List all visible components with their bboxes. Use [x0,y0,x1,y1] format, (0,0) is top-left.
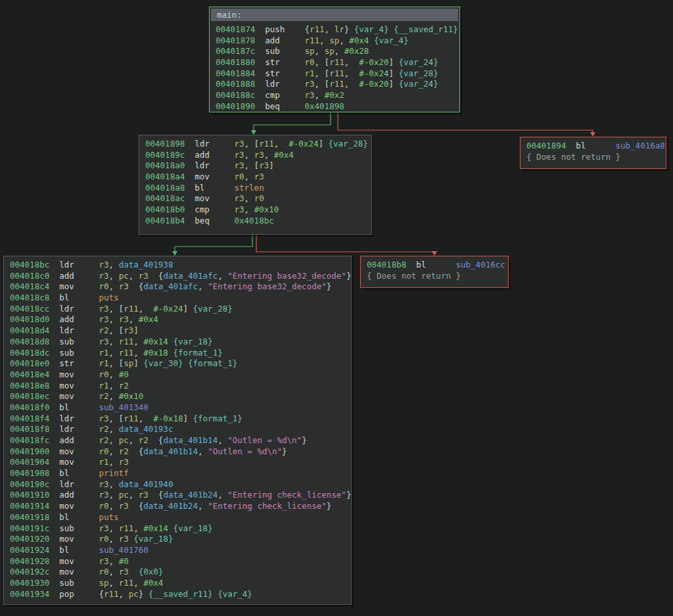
token-pun [74,490,99,500]
token-pun: } [139,589,149,599]
asm-line[interactable]: 0040188c cmp r3, #0x2 [216,90,458,101]
asm-line[interactable]: 00401878 add r11, sp, #0x4 {var_4} [216,36,458,47]
token-pun: ] [183,414,193,423]
asm-line[interactable]: 004018a0 ldr r3, [r3] [145,160,370,172]
asm-line[interactable]: 00401880 str r0, [r11, #-0x20] {var_24} [216,57,458,68]
asm-line[interactable]: 00401908 bl printf [10,468,350,479]
token-imm: #0 [119,556,129,566]
asm-line[interactable]: 004018fc add r2, pc, r2 {data_401b14, "O… [10,435,350,446]
token-reg: r0 [99,446,109,456]
function-label[interactable]: main: [211,9,458,21]
asm-line[interactable]: 00401930 sub sp, r11, #0x4 [10,578,350,589]
token-pun [280,57,305,67]
asm-line[interactable]: 004018e4 mov r0, #0 [10,369,350,381]
asm-line[interactable]: 0040189c add r3, r3, #0x4 [145,150,370,161]
asm-line[interactable]: 00401920 mov r0, r3 {var_18} [10,534,350,545]
token-str: "Entering base32_decode" [208,281,327,291]
token-imm: #0x4 [349,36,369,45]
asm-line[interactable]: 004018b8 bl sub_4016cc [367,260,507,271]
asm-line[interactable]: 00401904 mov r1, r3 [10,457,350,468]
token-pun [49,512,59,522]
token-pun: , [109,424,119,434]
token-mn: ldr [59,304,74,314]
graph-canvas[interactable]: main:00401874 push {r11, lr} {var_4} {__… [0,0,673,616]
asm-line[interactable]: 0040191c sub r3, r11, #0x14 {var_18} [10,523,350,534]
token-ann: {var_18} [133,534,173,544]
token-addr: 004018a0 [145,160,185,170]
token-pun: , [109,391,119,401]
asm-line[interactable]: 004018e0 str r1, [sp] {var_30} {format_1… [10,358,350,369]
asm-line[interactable]: 00401918 bl puts [10,512,350,523]
token-pun: , [244,172,254,181]
asm-line[interactable]: 004018a8 bl strlen [145,183,370,194]
token-pun [49,468,59,478]
token-pun: } [346,271,352,281]
asm-line[interactable]: 00401924 bl sub_401760 [10,545,350,556]
token-reg: sp [99,578,109,588]
token-data: data_401afc [143,281,198,291]
asm-line[interactable]: 004018dc sub r1, r11, #0x18 {format_1} [10,348,350,359]
token-pun [69,512,99,522]
asm-line[interactable]: 004018cc ldr r3, [r11, #-0x24] {var_28} [10,304,350,315]
asm-line[interactable]: 00401934 pop {r11, pc} {__saved_r11} {va… [10,589,350,600]
asm-line[interactable]: 004018c8 bl puts [10,293,350,304]
asm-line[interactable]: 00401910 add r3, pc, r3 {data_401b24, "E… [10,490,350,501]
token-pun [185,216,195,225]
asm-line[interactable]: 00401894 bl sub_4016a8 [526,141,664,152]
token-pun: , [344,79,360,89]
asm-line[interactable]: 00401914 mov r0, r3 {data_401b24, "Enter… [10,501,350,512]
token-ann: {0x0} [139,567,164,577]
asm-line[interactable]: 004018f4 ldr r3, [r11, #-0x18] {format_1… [10,414,350,425]
asm-line[interactable]: 004018d0 add r3, r3, #0x4 [10,314,350,325]
asm-line[interactable]: 0040190c ldr r3, data_401940 [10,479,350,490]
asm-line[interactable]: 00401898 ldr r3, [r11, #-0x24] {var_28} [145,139,370,150]
token-addr: 00401918 [10,512,49,522]
asm-line[interactable]: 0040187c sub sp, sp, #0x28 [216,46,458,57]
token-reg: sp [124,358,133,368]
asm-line[interactable]: 004018c4 mov r0, r3 {data_401afc, "Enter… [10,281,350,293]
token-pun [255,24,265,34]
token-reg: r3 [235,204,244,214]
token-pun: ] [388,57,398,67]
asm-line[interactable]: 0040192c mov r0, r3 {0x0} [10,567,350,578]
asm-line[interactable]: { Does not return } [526,152,664,163]
block-body: 00401894 bl sub_4016a8{ Does not return … [521,137,666,165]
asm-line[interactable]: 004018c0 add r3, pc, r3 {data_401afc, "E… [10,271,350,282]
asm-line[interactable]: 004018a4 mov r0, r3 [145,172,370,183]
asm-line[interactable]: 00401928 mov r3, #0 [10,556,350,567]
token-pun: , [319,36,329,45]
token-pun [74,369,99,379]
basic-block-main[interactable]: main:00401874 push {r11, lr} {var_4} {__… [209,7,460,112]
token-pun [586,141,615,151]
asm-line[interactable]: 004018e8 mov r1, r2 [10,381,350,392]
basic-block-401894[interactable]: 00401894 bl sub_4016a8{ Does not return … [520,137,666,169]
asm-line[interactable]: 004018f0 bl sub_401340 [10,402,350,414]
asm-line[interactable]: 004018f8 ldr r2, data_40193c [10,424,350,435]
edge-true-401898-to-4018bc-arrowhead-icon [172,251,177,256]
token-pun [49,381,59,391]
asm-line[interactable]: 004018bc ldr r3, data_401938 [10,260,350,271]
token-pun: , [109,578,119,588]
token-addr: 00401914 [10,501,49,511]
token-pun [369,36,374,45]
token-pun: , [339,36,349,45]
asm-line[interactable]: 004018d4 ldr r2, [r3] [10,325,350,337]
asm-line[interactable]: 004018ec mov r2, #0x10 [10,391,350,402]
basic-block-4018b8[interactable]: 004018b8 bl sub_4016cc{ Does not return … [360,256,509,288]
basic-block-401898[interactable]: 00401898 ldr r3, [r11, #-0x24] {var_28}0… [139,135,372,235]
asm-line[interactable]: 004018b0 cmp r3, #0x10 [145,204,370,216]
token-pun: ] [388,68,398,78]
asm-line[interactable]: { Does not return } [367,271,507,282]
asm-line[interactable]: 00401890 beq 0x401898 [216,101,458,112]
asm-line[interactable]: 00401874 push {r11, lr} {var_4} {__saved… [216,24,458,36]
asm-line[interactable]: 004018ac mov r3, r0 [145,193,370,204]
asm-line[interactable]: 004018b4 beq 0x4018bc [145,216,370,227]
basic-block-4018bc[interactable]: 004018bc ldr r3, data_401938004018c0 add… [3,256,352,605]
asm-line[interactable]: 00401884 str r1, [r11, #-0x24] {var_28} [216,68,458,80]
token-mn: pop [59,589,74,599]
asm-line[interactable]: 00401900 mov r0, r2 {data_401b14, "Outle… [10,446,350,458]
asm-line[interactable]: 00401888 ldr r3, [r11, #-0x20] {var_24} [216,79,458,90]
token-reg: r11 [310,24,325,34]
asm-line[interactable]: 004018d8 sub r3, r11, #0x14 {var_18} [10,337,350,348]
token-pun [566,141,576,151]
